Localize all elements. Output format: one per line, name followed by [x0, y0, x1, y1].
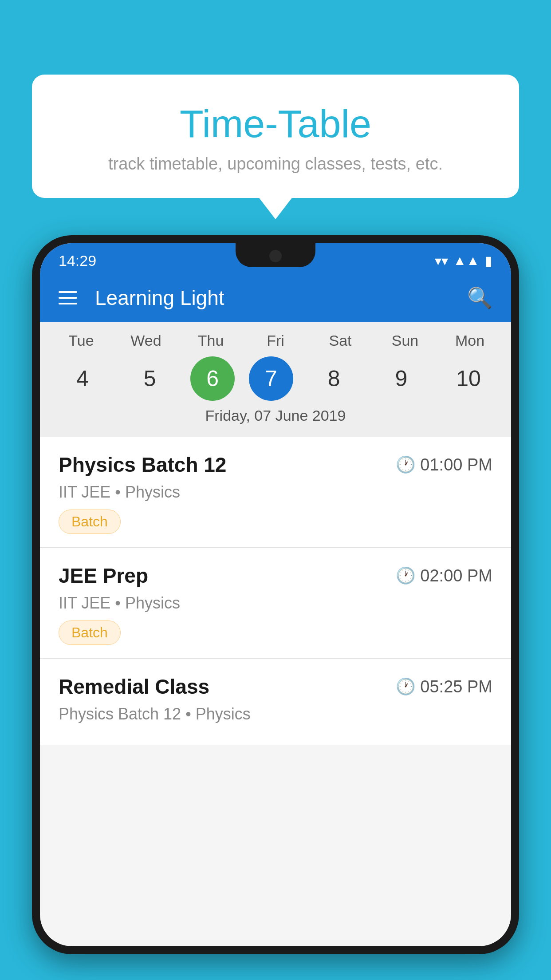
schedule-item-3-header: Remedial Class 🕐 05:25 PM [59, 675, 492, 699]
phone-notch [236, 243, 315, 267]
phone-outer: 14:29 ▾▾ ▲▲ ▮ Learning Light 🔍 [32, 235, 519, 954]
clock-icon-3: 🕐 [396, 677, 416, 696]
phone-screen: 14:29 ▾▾ ▲▲ ▮ Learning Light 🔍 [40, 243, 511, 946]
bubble-subtitle: track timetable, upcoming classes, tests… [67, 154, 484, 174]
day-10[interactable]: 10 [442, 356, 495, 401]
day-5[interactable]: 5 [123, 356, 177, 401]
day-label-sun: Sun [378, 332, 432, 349]
schedule-item-1-subtitle: IIT JEE • Physics [59, 483, 492, 502]
speech-bubble-card: Time-Table track timetable, upcoming cla… [32, 75, 519, 198]
app-bar: Learning Light 🔍 [40, 273, 511, 322]
day-6-today[interactable]: 6 [190, 356, 235, 401]
day-label-tue: Tue [55, 332, 108, 349]
calendar-strip: Tue Wed Thu Fri Sat Sun Mon 4 5 6 7 8 9 … [40, 322, 511, 437]
schedule-item-2-title: JEE Prep [59, 564, 148, 588]
app-bar-title: Learning Light [95, 286, 467, 310]
day-label-sat: Sat [314, 332, 367, 349]
schedule-item-3-subtitle: Physics Batch 12 • Physics [59, 705, 492, 723]
phone-mockup: 14:29 ▾▾ ▲▲ ▮ Learning Light 🔍 [32, 235, 519, 980]
clock-icon-1: 🕐 [396, 455, 416, 474]
battery-icon: ▮ [485, 253, 492, 269]
selected-date-label: Friday, 07 June 2019 [40, 407, 511, 432]
schedule-item-3[interactable]: Remedial Class 🕐 05:25 PM Physics Batch … [40, 659, 511, 745]
phone-camera [269, 250, 282, 262]
schedule-item-1-time: 🕐 01:00 PM [396, 455, 492, 474]
clock-icon-2: 🕐 [396, 566, 416, 585]
day-label-mon: Mon [443, 332, 496, 349]
day-7-selected[interactable]: 7 [249, 356, 293, 401]
schedule-item-2-time: 🕐 02:00 PM [396, 566, 492, 585]
day-4[interactable]: 4 [56, 356, 109, 401]
schedule-item-2-subtitle: IIT JEE • Physics [59, 594, 492, 612]
schedule-item-1-title: Physics Batch 12 [59, 453, 226, 477]
status-time: 14:29 [59, 252, 96, 269]
schedule-item-2-badge: Batch [59, 620, 121, 645]
bubble-title: Time-Table [67, 101, 484, 146]
day-8[interactable]: 8 [307, 356, 361, 401]
status-icons: ▾▾ ▲▲ ▮ [435, 253, 492, 269]
signal-icon: ▲▲ [453, 253, 480, 268]
schedule-list: Physics Batch 12 🕐 01:00 PM IIT JEE • Ph… [40, 437, 511, 745]
schedule-item-2[interactable]: JEE Prep 🕐 02:00 PM IIT JEE • Physics Ba… [40, 548, 511, 659]
day-label-thu: Thu [184, 332, 237, 349]
schedule-item-3-title: Remedial Class [59, 675, 209, 699]
day-9[interactable]: 9 [374, 356, 428, 401]
search-icon[interactable]: 🔍 [467, 286, 492, 310]
day-headers: Tue Wed Thu Fri Sat Sun Mon [40, 332, 511, 349]
day-numbers: 4 5 6 7 8 9 10 [40, 356, 511, 401]
day-label-wed: Wed [119, 332, 173, 349]
wifi-icon: ▾▾ [435, 253, 448, 269]
schedule-item-1[interactable]: Physics Batch 12 🕐 01:00 PM IIT JEE • Ph… [40, 437, 511, 548]
schedule-item-1-header: Physics Batch 12 🕐 01:00 PM [59, 453, 492, 477]
day-label-fri: Fri [249, 332, 302, 349]
hamburger-menu-icon[interactable] [59, 291, 77, 304]
schedule-item-1-badge: Batch [59, 510, 121, 534]
schedule-item-3-time: 🕐 05:25 PM [396, 677, 492, 696]
schedule-item-2-header: JEE Prep 🕐 02:00 PM [59, 564, 492, 588]
